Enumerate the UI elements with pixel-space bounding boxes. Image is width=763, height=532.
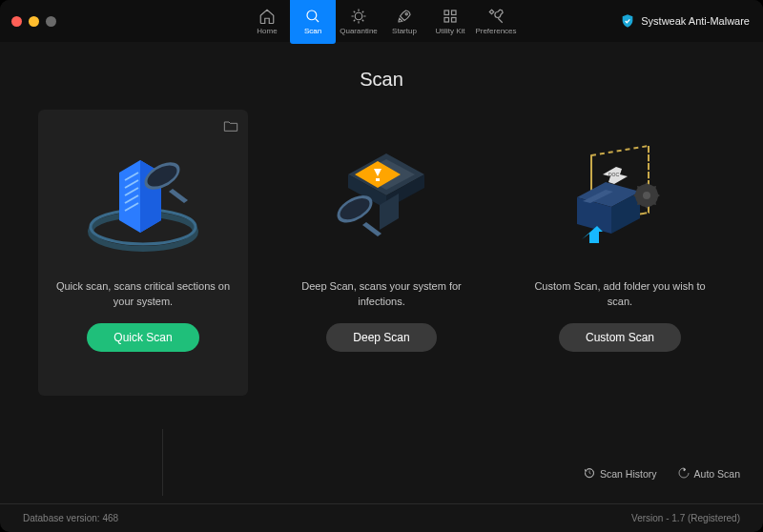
svg-text:DOC: DOC	[608, 172, 620, 177]
maximize-window-button[interactable]	[46, 16, 56, 27]
page-title: Scan	[0, 69, 763, 91]
nav-home-label: Home	[257, 27, 277, 35]
window-controls	[11, 16, 56, 27]
close-window-button[interactable]	[11, 16, 22, 27]
tools-icon	[487, 8, 505, 25]
grid-icon	[442, 8, 459, 25]
deep-scan-illustration	[305, 136, 458, 260]
nav-home[interactable]: Home	[244, 0, 290, 42]
app-window: Home Scan Quarantine Startup	[0, 0, 763, 532]
virus-icon	[350, 8, 367, 25]
custom-scan-desc: Custom Scan, add folder you wish to scan…	[515, 277, 725, 310]
nav-startup[interactable]: Startup	[382, 0, 427, 42]
divider	[162, 429, 163, 496]
svg-point-0	[307, 10, 317, 20]
scan-history-label: Scan History	[600, 468, 657, 480]
minimize-window-button[interactable]	[29, 16, 39, 27]
nav-utility-kit[interactable]: Utility Kit	[427, 0, 473, 42]
svg-rect-4	[452, 10, 457, 15]
nav-preferences-label: Preferences	[475, 27, 516, 35]
custom-scan-card[interactable]: DOC Custom Scan, add folder you wish to …	[515, 110, 725, 396]
nav-utility-kit-label: Utility Kit	[435, 27, 464, 35]
nav-quarantine-label: Quarantine	[340, 27, 378, 35]
history-icon	[584, 467, 595, 481]
custom-scan-button[interactable]: Custom Scan	[559, 323, 681, 352]
scan-options: Quick scan, scans critical sections on y…	[0, 110, 763, 396]
svg-point-14	[643, 192, 650, 199]
svg-point-11	[339, 193, 371, 225]
svg-rect-10	[376, 178, 380, 181]
svg-point-1	[355, 12, 362, 20]
footer-actions: Scan History Auto Scan	[584, 467, 740, 481]
folder-icon	[223, 119, 238, 133]
title-bar: Home Scan Quarantine Startup	[0, 0, 763, 42]
quick-scan-button[interactable]: Quick Scan	[87, 323, 198, 352]
nav-scan-label: Scan	[304, 27, 321, 35]
auto-scan-label: Auto Scan	[694, 468, 740, 480]
shield-icon	[620, 13, 635, 29]
search-icon	[304, 8, 321, 25]
brand-badge: Systweak Anti-Malware	[620, 13, 750, 29]
nav-quarantine[interactable]: Quarantine	[336, 0, 382, 42]
svg-point-2	[405, 12, 407, 14]
quick-scan-illustration	[67, 136, 219, 260]
deep-scan-button[interactable]: Deep Scan	[326, 323, 436, 352]
deep-scan-card[interactable]: Deep Scan, scans your system for infecti…	[277, 110, 486, 396]
auto-scan-link[interactable]: Auto Scan	[678, 467, 740, 481]
quick-scan-card[interactable]: Quick scan, scans critical sections on y…	[38, 110, 248, 396]
svg-rect-6	[452, 17, 457, 22]
nav-preferences[interactable]: Preferences	[473, 0, 519, 42]
status-bar: Database version: 468 Version - 1.7 (Reg…	[0, 503, 763, 532]
quick-scan-desc: Quick scan, scans critical sections on y…	[38, 277, 248, 310]
svg-rect-5	[444, 17, 449, 22]
nav-startup-label: Startup	[392, 27, 417, 35]
nav-scan[interactable]: Scan	[290, 0, 336, 44]
rocket-icon	[396, 8, 413, 25]
brand-name: Systweak Anti-Malware	[641, 15, 750, 27]
svg-point-9	[146, 159, 178, 192]
scan-history-link[interactable]: Scan History	[584, 467, 657, 481]
auto-scan-icon	[678, 467, 690, 481]
home-icon	[258, 8, 276, 25]
app-version: Version - 1.7 (Registered)	[631, 513, 740, 523]
database-version: Database version: 468	[23, 513, 118, 523]
svg-rect-3	[444, 10, 449, 15]
custom-scan-illustration: DOC	[544, 136, 696, 260]
main-nav: Home Scan Quarantine Startup	[244, 0, 519, 42]
deep-scan-desc: Deep Scan, scans your system for infecti…	[277, 277, 486, 310]
